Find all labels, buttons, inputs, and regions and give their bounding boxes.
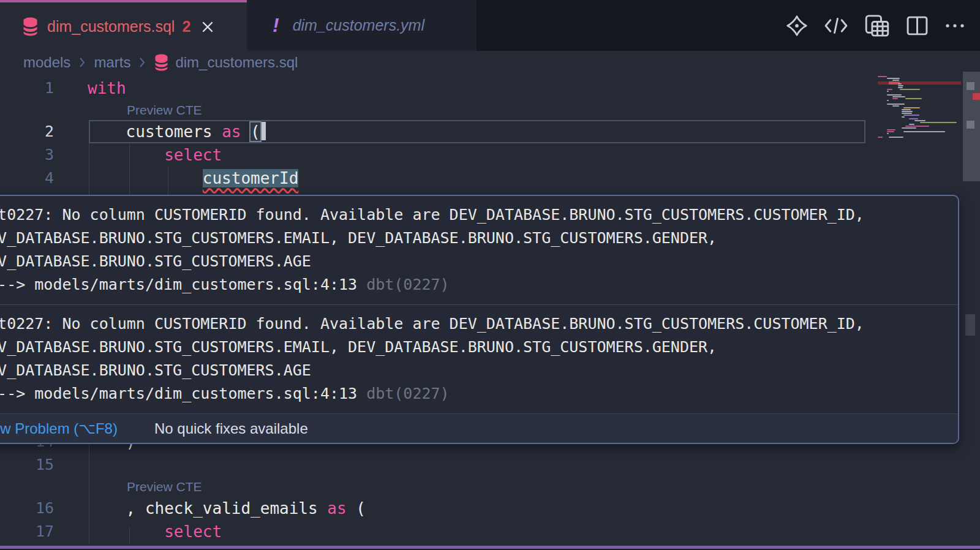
compile-code-icon[interactable] [824, 15, 848, 36]
codelens-link[interactable]: Preview CTE [127, 480, 202, 494]
chevron-right-icon [138, 56, 146, 69]
minimap-code-line [905, 98, 922, 99]
minimap-code-line [909, 124, 914, 125]
code-text: , check_valid_emails as ( [126, 497, 366, 520]
error-token: customerId [203, 169, 299, 187]
minimap-code-line [889, 137, 903, 138]
tab-label: dim_customers.yml [293, 17, 424, 34]
split-editor-icon[interactable] [906, 15, 929, 36]
minimap-code-line [887, 129, 895, 130]
code-line-1[interactable]: 1with [0, 77, 980, 100]
tab-bar: dim_customers.sql 2 ! dim_customers.yml [0, 0, 980, 51]
code-line-3[interactable]: 3select [0, 143, 980, 167]
breadcrumb-file[interactable]: dim_customers.sql [175, 54, 298, 71]
minimap-code-line [887, 91, 889, 92]
scrollbar[interactable] [963, 73, 980, 550]
error-message-line: dbt0227: No column CUSTOMERID found. Ava… [0, 203, 958, 227]
minimap-code-line [887, 104, 905, 105]
minimap-code-line [902, 109, 911, 110]
minimap-code-line [887, 133, 889, 134]
close-icon[interactable] [200, 20, 215, 34]
code-text: customerId [203, 167, 299, 190]
hover-status-bar: View Problem (⌥F8) No quick fixes availa… [0, 413, 958, 443]
line-number: 2 [0, 120, 54, 143]
minimap-code-line [909, 118, 918, 119]
error-messages: dbt0227: No column CUSTOMERID found. Ava… [0, 196, 958, 413]
more-actions-icon[interactable] [944, 22, 965, 29]
minimap-code-line [898, 87, 903, 88]
line-number: 4 [0, 167, 54, 190]
error-hover-tooltip: dbt0227: No column CUSTOMERID found. Ava… [0, 195, 959, 444]
error-message-block: dbt0227: No column CUSTOMERID found. Ava… [0, 305, 958, 413]
code-rows-bottom: 14)15Preview CTE16, check_valid_emails a… [0, 430, 980, 543]
tab-dim-customers-sql[interactable]: dim_customers.sql 2 [0, 0, 247, 51]
line-number: 3 [0, 143, 54, 167]
code-rows-top: 1withPreview CTE2customers as (3select4c… [0, 77, 980, 190]
code-text: select [164, 143, 222, 167]
line-number: 17 [0, 520, 54, 543]
minimap-code-line [920, 122, 957, 123]
error-message-line: DEV_DATABASE.BRUNO.STG_CUSTOMERS.EMAIL, … [0, 227, 958, 250]
chevron-right-icon [78, 56, 86, 69]
warning-icon: ! [273, 14, 279, 37]
minimap-code-line [878, 76, 887, 77]
error-message-line: DEV_DATABASE.BRUNO.STG_CUSTOMERS.AGE [0, 250, 958, 273]
error-message-block: dbt0227: No column CUSTOMERID found. Ava… [0, 196, 958, 304]
breadcrumb-item-models[interactable]: models [23, 54, 70, 71]
error-message-line: DEV_DATABASE.BRUNO.STG_CUSTOMERS.EMAIL, … [0, 336, 958, 359]
minimap-code-line [902, 116, 905, 118]
code-text: with [88, 77, 126, 100]
no-quick-fixes-label: No quick fixes available [154, 420, 308, 437]
line-number: 1 [0, 77, 54, 100]
text-cursor [262, 122, 266, 140]
code-line-15[interactable]: 15 [0, 453, 980, 477]
minimap-code-line [892, 80, 899, 81]
code-line-4[interactable]: 4customerId [0, 167, 980, 190]
minimap-code-line [902, 113, 912, 114]
minimap-code-line [887, 100, 889, 101]
editor-actions [786, 0, 980, 51]
breadcrumb-item-marts[interactable]: marts [94, 54, 130, 71]
minimap-code-line [887, 94, 902, 96]
codelens-preview-cte: Preview CTE [0, 100, 980, 120]
minimap-code-line [903, 131, 945, 132]
minimap-code-line [887, 131, 894, 132]
database-icon [22, 17, 39, 36]
error-source-code: dbt(0227) [357, 385, 450, 402]
code-line-17[interactable]: 17select [0, 520, 980, 543]
query-results-icon[interactable] [864, 13, 890, 38]
error-message-line: dbt0227: No column CUSTOMERID found. Ava… [0, 312, 958, 336]
breadcrumb: models marts dim_customers.sql [0, 51, 980, 73]
code-text: select [164, 520, 222, 543]
minimap-code-line [892, 96, 905, 97]
minimap-error-line [878, 81, 961, 85]
tab-dim-customers-yml[interactable]: ! dim_customers.yml [247, 0, 477, 51]
overview-ruler-marker [965, 314, 975, 336]
code-line-16[interactable]: 16, check_valid_emails as ( [0, 497, 980, 520]
minimap-code-line [905, 126, 929, 127]
dbt-logo-icon[interactable] [786, 15, 808, 37]
minimap-code-line [902, 127, 916, 129]
codelens-link[interactable]: Preview CTE [127, 103, 202, 117]
minimap-code-line [898, 85, 903, 86]
tab-error-count-badge: 2 [182, 18, 190, 36]
code-line-2[interactable]: 2customers as ( [0, 120, 980, 143]
codelens-preview-cte: Preview CTE [0, 477, 980, 497]
minimap-code-line [887, 78, 900, 79]
view-problem-link[interactable]: View Problem (⌥F8) [0, 420, 118, 437]
tab-label: dim_customers.sql [47, 18, 175, 36]
database-icon [154, 54, 169, 71]
overview-ruler-marker [967, 82, 974, 90]
overview-ruler-marker [967, 121, 974, 129]
editor-window: dim_customers.sql 2 ! dim_customers.yml [0, 0, 980, 550]
error-location-line: --> models/marts/dim_customers.sql:4:13 … [0, 382, 958, 405]
line-number: 16 [0, 497, 54, 520]
minimap-code-line [892, 105, 899, 107]
minimap-code-line [892, 98, 898, 99]
error-location-line: --> models/marts/dim_customers.sql:4:13 … [0, 273, 958, 296]
line-number: 15 [0, 453, 54, 477]
minimap-code-line [914, 120, 925, 121]
error-message-line: DEV_DATABASE.BRUNO.STG_CUSTOMERS.AGE [0, 359, 958, 382]
minimap-code-line [903, 107, 920, 108]
minimap-code-line [900, 89, 920, 90]
